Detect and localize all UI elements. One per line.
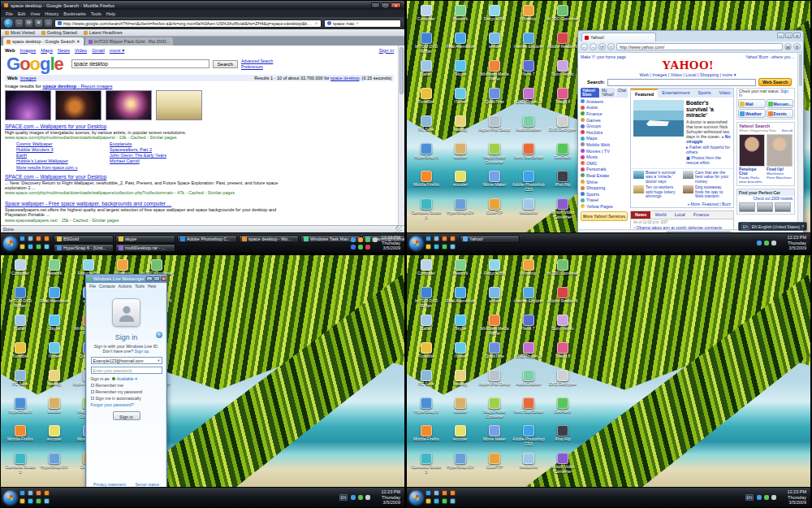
report-images-link[interactable]: - Report images — [76, 84, 112, 89]
checkbox-row[interactable]: Remember me — [91, 383, 162, 388]
bookmark-item[interactable]: Latest Headlines — [84, 30, 123, 35]
desktop-icon[interactable]: HyperSnap-DX — [443, 198, 477, 225]
vertical-scrollbar[interactable] — [398, 46, 404, 225]
desktop-icon[interactable]: Sony Vegas — [546, 314, 580, 341]
car-thumbnail[interactable] — [775, 202, 791, 212]
desktop-icon[interactable]: MediaInfo — [512, 198, 546, 225]
desktop-icon[interactable]: iPod Rip — [546, 424, 580, 452]
sign-in-link[interactable]: Sign in — [379, 48, 394, 53]
desktop-icon[interactable]: Sony Vegas — [546, 59, 580, 87]
firefox-titlebar[interactable]: space desktop - Google Search - Mozilla … — [1, 1, 404, 10]
home-button[interactable]: ⌂ — [45, 20, 52, 27]
menu-item[interactable]: Bookmarks — [63, 11, 86, 16]
yahoo-search-input[interactable] — [607, 79, 756, 86]
desktop-icon[interactable]: wander — [37, 397, 71, 424]
back-button[interactable]: ← — [4, 19, 13, 28]
status-dropdown[interactable]: Available ▾ — [117, 376, 137, 381]
quick-launch-icon[interactable] — [36, 244, 41, 250]
checkbox[interactable] — [91, 384, 94, 387]
desktop-icon[interactable]: Internet Explorer — [512, 286, 546, 314]
desktop-icon[interactable]: Recycle Bin — [477, 258, 512, 286]
minimize-button[interactable]: – — [371, 2, 380, 8]
desktop-icon[interactable]: DVD Decrypter — [546, 369, 580, 397]
menu-item[interactable]: File — [89, 284, 96, 289]
desktop-icon[interactable]: HyperSnap-DX — [443, 452, 477, 480]
sidebar-item[interactable]: Answers — [581, 98, 628, 105]
tab-imtoo[interactable]: ImTOO Ripper Pack Gold - Rip DVD... — [85, 37, 173, 46]
sidebar-item[interactable]: Shine — [581, 179, 628, 185]
desktop-icon[interactable]: Nero 7 — [512, 314, 546, 341]
desktop-icon[interactable]: AudioGrabber — [512, 115, 546, 142]
quick-launch-icon[interactable] — [19, 490, 25, 496]
desktop-icon[interactable]: QuickTime — [477, 87, 512, 115]
desktop-icon[interactable]: PC Suite — [409, 369, 443, 397]
desktop-icon[interactable]: katalog — [37, 369, 71, 397]
menu-item[interactable]: History — [45, 11, 58, 16]
sidebar-item[interactable]: Games — [581, 117, 628, 124]
preferences-link[interactable]: Preferences — [241, 64, 273, 70]
close-button[interactable]: ✕ — [161, 276, 166, 281]
desktop-icon[interactable]: Safari — [3, 314, 37, 341]
quick-launch-icon[interactable] — [425, 236, 431, 241]
desktop-icon[interactable]: HyperSnap 6 — [3, 397, 37, 424]
desktop-icon[interactable]: encoder — [37, 424, 71, 452]
tab-yahoo[interactable]: Yahoo! — [581, 33, 656, 41]
desktop-icon[interactable]: Camtasia Studio 3 — [409, 452, 443, 480]
tray-icon[interactable] — [771, 495, 776, 500]
start-button[interactable] — [409, 237, 423, 250]
desktop-icon[interactable]: ImTOO Converter — [546, 258, 580, 286]
image-thumbnail[interactable] — [55, 90, 102, 120]
car-finder-link[interactable]: Check out 2009 models — [737, 196, 794, 202]
more-results-link[interactable]: More results from space.com » — [16, 165, 285, 170]
image-thumbnail[interactable] — [156, 90, 202, 120]
story-headline[interactable]: Boater's survival 'a miracle' — [686, 100, 731, 119]
tray-icon[interactable] — [771, 241, 776, 245]
quick-launch-icon[interactable] — [450, 490, 456, 496]
tray-icon[interactable] — [373, 237, 378, 242]
resize-grip[interactable] — [395, 226, 402, 232]
more-featured-link[interactable]: » More: Featured | Buzz — [631, 201, 733, 207]
desktop-icon[interactable]: Internet Explorer — [512, 32, 546, 59]
checkbox-row[interactable]: Remember my password — [91, 389, 162, 394]
featured-item[interactable]: Ten co-workers split huge lottery winnin… — [633, 185, 681, 199]
clock[interactable]: 12:23 PMThursday3/5/2009 — [787, 235, 808, 251]
desktop-icon[interactable]: Camtasia Studio 3 — [3, 452, 37, 480]
image-results-link[interactable]: space desktop — [42, 84, 76, 89]
desktop-icon[interactable]: Computer — [409, 258, 443, 286]
featured-tab[interactable]: Entertainment — [658, 89, 693, 98]
desktop-icon[interactable]: Real Alternative — [37, 286, 71, 314]
service-button[interactable]: Mail — [738, 99, 766, 108]
desktop-icon[interactable]: Skype — [443, 314, 477, 341]
link-images[interactable]: Images — [20, 48, 37, 53]
desktop-icon[interactable]: Mozilla Firefox — [409, 170, 443, 198]
menu-item[interactable]: View — [30, 11, 40, 16]
sidebar-item[interactable]: Music — [581, 154, 628, 160]
help-icon[interactable]: ? — [156, 332, 162, 338]
forward-button[interactable]: → — [15, 20, 23, 27]
desktop-icon[interactable]: Nero 7 — [512, 59, 546, 87]
quick-launch-icon[interactable] — [434, 490, 439, 496]
result-title-link[interactable]: Space wallpaper - Free space wallpaper, … — [5, 201, 285, 207]
desktop-icon[interactable]: Magic Audio Converter — [477, 142, 512, 170]
desktop-icon[interactable]: iTunes — [443, 341, 477, 369]
desktop-icon[interactable]: Safari — [409, 314, 443, 341]
tray-icon[interactable] — [757, 241, 762, 245]
news-tab[interactable]: World — [650, 211, 670, 219]
url-bar[interactable]: http://www.google.com/search?hl=en&clien… — [54, 20, 322, 28]
menu-item[interactable]: Contacts — [99, 284, 115, 289]
password-field[interactable]: Enter your password — [91, 367, 162, 374]
desktop-icon[interactable]: Windows Media Player — [477, 59, 512, 87]
desktop-icon[interactable]: Adobe Photoshop CS3 — [512, 170, 546, 198]
desktop-icon[interactable]: eMule — [477, 32, 512, 59]
quick-launch-icon[interactable] — [442, 236, 447, 241]
desktop-icon[interactable]: Camtasia Studio 3 — [409, 198, 443, 225]
advanced-search-link[interactable]: Advanced Search — [241, 59, 273, 64]
desktop-icon[interactable]: Network — [443, 258, 477, 286]
desktop-icon[interactable]: iTunes — [443, 87, 477, 115]
service-button[interactable]: Weather — [738, 109, 766, 118]
minimize-button[interactable]: – — [146, 276, 153, 281]
news-tab[interactable]: Local — [671, 211, 689, 219]
messenger-titlebar[interactable]: Windows Live Messenger – ▢ ✕ — [86, 275, 166, 283]
desktop-icon[interactable]: Apple iPod Setup — [477, 369, 512, 397]
result-sublink[interactable]: Hubble Wonders 3 — [16, 147, 110, 153]
